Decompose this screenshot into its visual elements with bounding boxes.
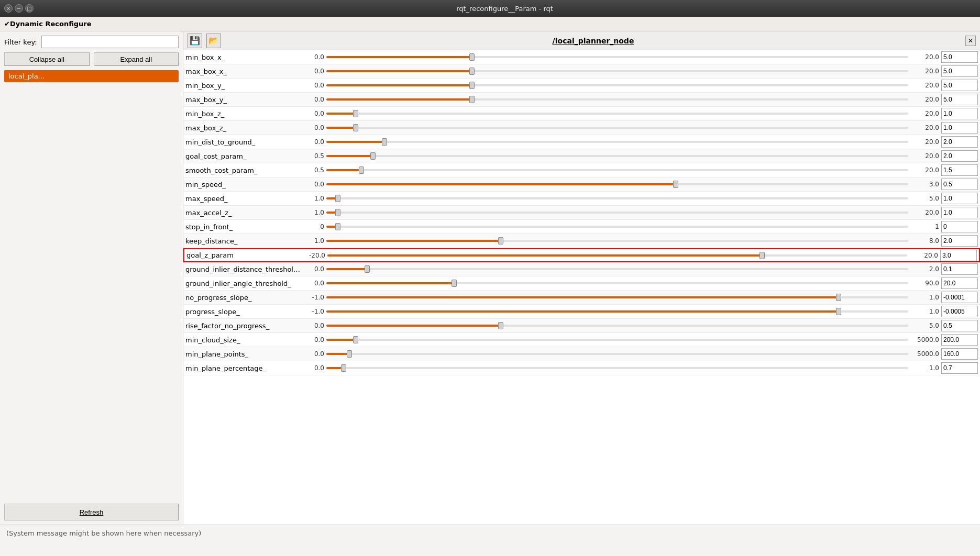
param-value-input[interactable] bbox=[941, 306, 978, 317]
save-icon-button[interactable]: 💾 bbox=[188, 34, 202, 48]
param-value-input[interactable] bbox=[941, 334, 978, 346]
param-slider[interactable] bbox=[326, 179, 908, 190]
slider-thumb[interactable] bbox=[469, 68, 475, 75]
expand-all-button[interactable]: Expand all bbox=[94, 52, 179, 66]
param-value-input[interactable] bbox=[941, 221, 978, 232]
param-slider[interactable] bbox=[326, 123, 908, 133]
slider-thumb[interactable] bbox=[469, 96, 475, 103]
collapse-expand-row: Collapse all Expand all bbox=[4, 52, 179, 66]
param-slider[interactable] bbox=[326, 52, 908, 62]
param-slider[interactable] bbox=[327, 250, 907, 261]
minimize-window-button[interactable]: ─ bbox=[15, 4, 23, 13]
param-name: keep_distance_ bbox=[185, 237, 301, 245]
open-icon-button[interactable]: 📂 bbox=[206, 34, 221, 48]
param-value-input[interactable] bbox=[941, 122, 978, 134]
param-slider[interactable] bbox=[326, 292, 908, 303]
slider-thumb[interactable] bbox=[365, 265, 370, 273]
refresh-button[interactable]: Refresh bbox=[4, 504, 179, 520]
param-slider[interactable] bbox=[326, 221, 908, 232]
param-value-input[interactable] bbox=[940, 250, 977, 261]
param-min: 0.5 bbox=[301, 166, 324, 174]
param-slider[interactable] bbox=[326, 207, 908, 218]
tree-item-local-planner[interactable]: local_pla... bbox=[4, 70, 179, 82]
param-value-input[interactable] bbox=[941, 320, 978, 331]
slider-thumb[interactable] bbox=[673, 181, 678, 188]
param-slider[interactable] bbox=[326, 94, 908, 105]
param-min: 0.0 bbox=[301, 82, 324, 89]
param-value-input[interactable] bbox=[941, 207, 978, 218]
slider-thumb[interactable] bbox=[836, 294, 841, 301]
param-name: progress_slope_ bbox=[185, 308, 301, 316]
window-controls[interactable]: ✕ ─ □ bbox=[4, 4, 34, 13]
param-slider[interactable] bbox=[326, 278, 908, 288]
param-value-input[interactable] bbox=[941, 51, 978, 63]
slider-thumb[interactable] bbox=[498, 237, 503, 244]
param-min: 1.0 bbox=[301, 237, 324, 244]
param-slider[interactable] bbox=[326, 349, 908, 359]
slider-thumb[interactable] bbox=[382, 138, 387, 146]
param-name: max_box_y_ bbox=[185, 96, 301, 104]
slider-thumb[interactable] bbox=[452, 280, 457, 287]
slider-thumb[interactable] bbox=[335, 195, 340, 202]
slider-thumb[interactable] bbox=[353, 110, 358, 117]
param-max: 1.0 bbox=[910, 308, 939, 315]
param-value-input[interactable] bbox=[941, 65, 978, 77]
param-value-input[interactable] bbox=[941, 80, 978, 91]
filter-label: Filter key: bbox=[4, 38, 37, 46]
slider-track bbox=[326, 325, 908, 327]
maximize-window-button[interactable]: □ bbox=[25, 4, 34, 13]
slider-thumb[interactable] bbox=[469, 82, 475, 89]
param-slider[interactable] bbox=[326, 165, 908, 175]
slider-thumb[interactable] bbox=[836, 308, 841, 315]
param-value-input[interactable] bbox=[941, 94, 978, 105]
param-value-input[interactable] bbox=[941, 235, 978, 247]
slider-thumb[interactable] bbox=[335, 209, 340, 216]
slider-thumb[interactable] bbox=[498, 322, 503, 329]
slider-thumb[interactable] bbox=[353, 336, 358, 343]
param-max: 5000.0 bbox=[910, 336, 939, 343]
slider-thumb[interactable] bbox=[341, 364, 346, 372]
param-value-input[interactable] bbox=[941, 179, 978, 190]
param-value-input[interactable] bbox=[941, 277, 978, 289]
slider-thumb[interactable] bbox=[359, 166, 364, 174]
param-value-input[interactable] bbox=[941, 164, 978, 176]
param-value-input[interactable] bbox=[941, 362, 978, 374]
slider-thumb[interactable] bbox=[335, 223, 340, 230]
slider-fill bbox=[326, 70, 472, 72]
param-slider[interactable] bbox=[326, 151, 908, 161]
slider-thumb[interactable] bbox=[347, 350, 352, 358]
param-value-input[interactable] bbox=[941, 193, 978, 204]
param-slider[interactable] bbox=[326, 193, 908, 204]
param-slider[interactable] bbox=[326, 66, 908, 76]
param-slider[interactable] bbox=[326, 306, 908, 317]
slider-track bbox=[327, 254, 907, 257]
param-slider[interactable] bbox=[326, 80, 908, 91]
close-icon: ✕ bbox=[968, 37, 973, 45]
param-slider[interactable] bbox=[326, 264, 908, 274]
param-name: ground_inlier_angle_threshold_ bbox=[185, 280, 301, 287]
slider-thumb[interactable] bbox=[370, 152, 376, 160]
param-slider[interactable] bbox=[326, 363, 908, 373]
slider-thumb[interactable] bbox=[353, 124, 358, 131]
param-value-input[interactable] bbox=[941, 348, 978, 360]
close-window-button[interactable]: ✕ bbox=[4, 4, 13, 13]
collapse-all-button[interactable]: Collapse all bbox=[4, 52, 90, 66]
param-value-input[interactable] bbox=[941, 136, 978, 148]
param-name: ground_inlier_distance_threshold_ bbox=[185, 265, 301, 273]
param-slider[interactable] bbox=[326, 137, 908, 147]
filter-input[interactable] bbox=[41, 36, 179, 48]
param-slider[interactable] bbox=[326, 335, 908, 345]
close-panel-button[interactable]: ✕ bbox=[965, 36, 976, 46]
slider-thumb[interactable] bbox=[469, 53, 475, 61]
param-value-input[interactable] bbox=[941, 150, 978, 162]
param-slider[interactable] bbox=[326, 320, 908, 331]
slider-thumb[interactable] bbox=[759, 252, 765, 259]
param-min: -20.0 bbox=[302, 252, 325, 259]
param-max: 20.0 bbox=[909, 252, 938, 259]
param-value-input[interactable] bbox=[941, 263, 978, 275]
param-slider[interactable] bbox=[326, 236, 908, 246]
param-slider[interactable] bbox=[326, 108, 908, 119]
param-value-input[interactable] bbox=[941, 292, 978, 303]
param-min: 0.0 bbox=[301, 265, 324, 273]
param-value-input[interactable] bbox=[941, 108, 978, 119]
